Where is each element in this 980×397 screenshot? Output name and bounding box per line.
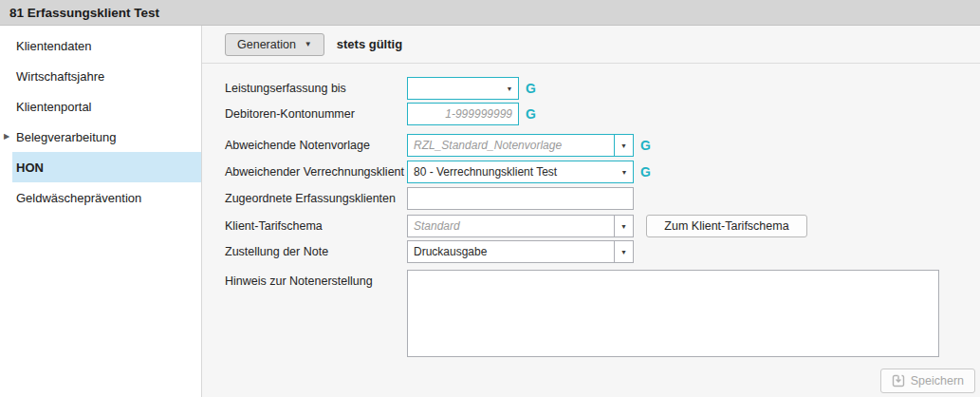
expand-arrow-icon[interactable]: ▶ bbox=[4, 133, 9, 141]
generation-button-label: Generation bbox=[237, 38, 296, 51]
toolbar: Generation ▼ stets gültig bbox=[202, 26, 980, 64]
chevron-down-icon[interactable]: ▼ bbox=[614, 216, 633, 236]
form-row-leistungserfassung-bis: Leistungserfassung bis ▼ G bbox=[225, 77, 975, 100]
combobox-value: Standard bbox=[408, 219, 614, 233]
debitoren-kontonummer-input[interactable] bbox=[407, 103, 519, 125]
field-label: Zugeordnete Erfassungsklienten bbox=[225, 192, 407, 205]
combobox-value: Druckausgabe bbox=[408, 245, 614, 258]
field-label: Leistungserfassung bis bbox=[225, 82, 407, 95]
generation-flag: G bbox=[640, 164, 651, 180]
tarifschema-combobox[interactable]: Standard ▼ bbox=[407, 215, 634, 237]
generation-flag: G bbox=[640, 138, 651, 153]
form-footer: Speichern bbox=[225, 369, 975, 393]
sidebar-item-belegverarbeitung[interactable]: ▶ Belegverarbeitung bbox=[12, 122, 201, 152]
sidebar-item-wirtschaftsjahre[interactable]: Wirtschaftsjahre bbox=[12, 61, 201, 91]
sidebar-item-hon[interactable]: HON bbox=[12, 152, 201, 182]
field-label: Debitoren-Kontonummer bbox=[225, 107, 407, 121]
chevron-down-icon[interactable]: ▼ bbox=[614, 241, 633, 262]
sidebar-item-label: Klientenportal bbox=[16, 100, 92, 114]
window-header: 81 Erfassungsklient Test bbox=[0, 0, 980, 26]
chevron-down-icon[interactable]: ▼ bbox=[616, 169, 633, 176]
generation-flag: G bbox=[526, 106, 536, 122]
sidebar: Klientendaten Wirtschaftsjahre Klientenp… bbox=[0, 26, 202, 397]
zugeordnete-erfassungsklienten-input[interactable] bbox=[407, 187, 634, 210]
sidebar-item-label: HON bbox=[16, 161, 44, 175]
zustellung-combobox[interactable]: Druckausgabe ▼ bbox=[407, 240, 634, 263]
form-row-hinweis-notenerstellung: Hinweis zur Notenerstellung bbox=[225, 270, 975, 357]
combobox-value: 80 - Verrechnungsklient Test bbox=[408, 165, 616, 179]
save-icon bbox=[892, 374, 905, 388]
zum-klient-tarifschema-button[interactable]: Zum Klient-Tarifschema bbox=[646, 215, 807, 237]
sidebar-item-klientendaten[interactable]: Klientendaten bbox=[12, 30, 201, 61]
chevron-down-icon[interactable]: ▼ bbox=[501, 85, 518, 92]
sidebar-item-label: Wirtschaftsjahre bbox=[16, 69, 104, 84]
form-row-klient-tarifschema: Klient-Tarifschema Standard ▼ Zum Klient… bbox=[225, 215, 975, 237]
page-title: 81 Erfassungsklient Test bbox=[9, 6, 159, 20]
sidebar-item-label: Klientendaten bbox=[16, 39, 92, 53]
sidebar-item-geldwaeschepraevention[interactable]: Geldwäscheprävention bbox=[12, 182, 201, 213]
chevron-down-icon: ▼ bbox=[305, 41, 312, 48]
sidebar-item-klientenportal[interactable]: Klientenportal bbox=[12, 91, 201, 122]
notenvorlage-combobox[interactable]: RZL_Standard_Notenvorlage ▼ bbox=[407, 134, 634, 157]
form-row-zustellung-der-note: Zustellung der Note Druckausgabe ▼ bbox=[225, 240, 975, 263]
sidebar-item-label: Belegverarbeitung bbox=[16, 130, 117, 144]
leistungserfassung-bis-combobox[interactable]: ▼ bbox=[407, 77, 519, 100]
field-label: Abweichender Verrechnungsklient bbox=[225, 165, 407, 179]
save-button[interactable]: Speichern bbox=[880, 369, 975, 393]
field-label: Hinweis zur Notenerstellung bbox=[225, 270, 407, 288]
form-row-abweichende-notenvorlage: Abweichende Notenvorlage RZL_Standard_No… bbox=[225, 134, 975, 157]
verrechnungsklient-combobox[interactable]: 80 - Verrechnungsklient Test ▼ bbox=[407, 161, 634, 183]
form-row-debitoren-kontonummer: Debitoren-Kontonummer G bbox=[225, 103, 975, 125]
form-row-zugeordnete-erfassungsklienten: Zugeordnete Erfassungsklienten bbox=[225, 187, 975, 210]
hon-panel: Generation ▼ stets gültig Leistungserfas… bbox=[202, 26, 980, 397]
validity-label: stets gültig bbox=[337, 37, 402, 51]
form-row-verrechnungsklient: Abweichender Verrechnungsklient 80 - Ver… bbox=[225, 161, 975, 183]
field-label: Zustellung der Note bbox=[225, 245, 407, 258]
combobox-value: RZL_Standard_Notenvorlage bbox=[408, 139, 614, 152]
client-editor-window: 81 Erfassungsklient Test Klientendaten W… bbox=[0, 0, 980, 397]
field-label: Klient-Tarifschema bbox=[225, 219, 407, 233]
hinweis-notenerstellung-textarea[interactable] bbox=[407, 270, 939, 357]
sidebar-item-label: Geldwäscheprävention bbox=[16, 191, 141, 205]
chevron-down-icon[interactable]: ▼ bbox=[614, 135, 633, 156]
field-label: Abweichende Notenvorlage bbox=[225, 139, 407, 152]
generation-flag: G bbox=[526, 81, 536, 96]
hon-form: Leistungserfassung bis ▼ G Debitoren-Kon… bbox=[202, 64, 980, 397]
save-button-label: Speichern bbox=[911, 374, 964, 388]
generation-dropdown-button[interactable]: Generation ▼ bbox=[225, 33, 324, 56]
